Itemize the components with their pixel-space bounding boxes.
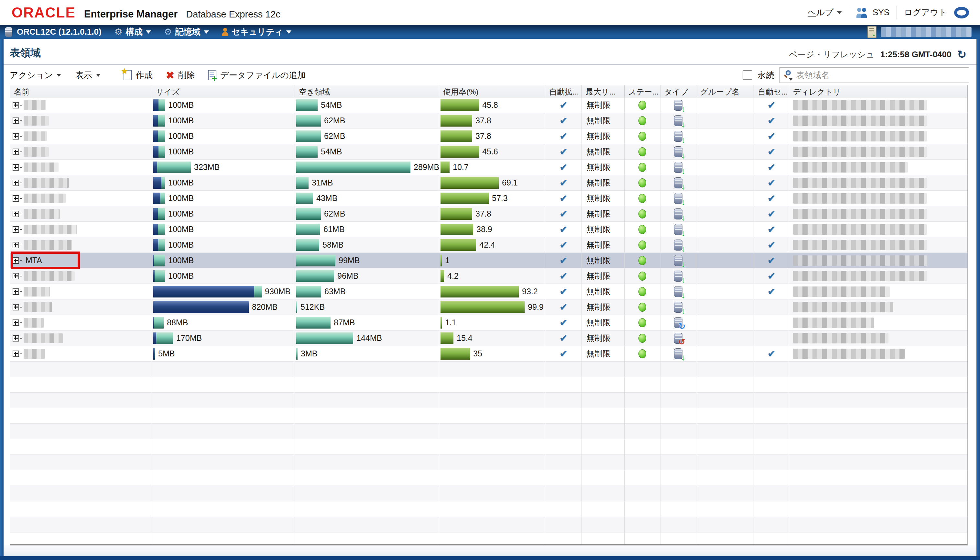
table-row[interactable]: 100MB61MB38.9✔無制限↓✔ bbox=[10, 222, 967, 237]
free-space-bar bbox=[296, 115, 321, 127]
empty-row bbox=[10, 362, 967, 377]
connector-dash bbox=[20, 307, 22, 308]
column-header-8[interactable]: グループ名 bbox=[696, 85, 754, 97]
refresh-icon[interactable]: ↻ bbox=[957, 48, 967, 61]
column-header-2[interactable]: 空き領域 bbox=[295, 85, 439, 97]
max-size-cell: 無制限 bbox=[582, 144, 625, 159]
expand-icon[interactable] bbox=[13, 320, 19, 326]
column-header-9[interactable]: 自動セ... bbox=[754, 85, 789, 97]
usage-value: 1 bbox=[445, 256, 450, 265]
connector-dash bbox=[20, 229, 22, 230]
delete-button[interactable]: ✖ 削除 bbox=[166, 69, 195, 81]
table-row[interactable]: 100MB62MB37.8✔無制限↓✔ bbox=[10, 206, 967, 222]
table-row[interactable]: 5MB3MB35✔無制限↓✔ bbox=[10, 346, 967, 362]
empty-cell bbox=[545, 470, 582, 485]
empty-cell bbox=[10, 408, 152, 423]
logout-button[interactable]: ログアウト bbox=[904, 7, 947, 18]
table-row[interactable]: 323MB289MB10.7✔無制限↓✔ bbox=[10, 160, 967, 175]
table-row[interactable]: MTA100MB99MB1✔無制限↓✔ bbox=[10, 253, 967, 268]
column-header-4[interactable]: 自動拡... bbox=[545, 85, 582, 97]
expand-icon[interactable] bbox=[13, 102, 19, 108]
actions-menu[interactable]: アクション bbox=[10, 70, 61, 81]
status-cell bbox=[625, 160, 661, 175]
expand-icon[interactable] bbox=[13, 118, 19, 124]
empty-cell bbox=[696, 532, 754, 545]
table-row[interactable]: 100MB43MB57.3✔無制限↓✔ bbox=[10, 191, 967, 206]
expand-icon[interactable] bbox=[13, 133, 19, 140]
free-space-bar bbox=[296, 332, 353, 344]
empty-cell bbox=[152, 517, 295, 532]
table-row[interactable]: 930MB63MB93.2✔無制限↓✔ bbox=[10, 284, 967, 299]
tablespace-type-permanent-icon: ↓ bbox=[674, 208, 683, 220]
max-size-value: 無制限 bbox=[582, 177, 611, 188]
table-row[interactable]: 100MB62MB37.8✔無制限↓✔ bbox=[10, 128, 967, 144]
expand-icon[interactable] bbox=[13, 211, 19, 217]
expand-icon[interactable] bbox=[13, 273, 19, 279]
expand-icon[interactable] bbox=[13, 242, 19, 248]
expand-icon[interactable] bbox=[13, 148, 19, 155]
view-menu[interactable]: 表示 bbox=[75, 70, 101, 81]
expand-icon[interactable] bbox=[13, 195, 19, 202]
auto-segment-cell bbox=[754, 330, 789, 346]
menu-storage[interactable]: ⚙ 記憶域 bbox=[164, 26, 209, 38]
table-row[interactable]: 170MB144MB15.4✔無制限↺ bbox=[10, 330, 967, 346]
empty-cell bbox=[10, 362, 152, 377]
search-input[interactable] bbox=[796, 70, 951, 80]
expand-icon[interactable] bbox=[13, 164, 19, 171]
column-header-5[interactable]: 最大サ... bbox=[582, 85, 625, 97]
empty-cell bbox=[661, 517, 696, 532]
column-header-3[interactable]: 使用率(%) bbox=[439, 85, 545, 97]
empty-cell bbox=[625, 424, 661, 439]
empty-cell bbox=[295, 408, 439, 423]
empty-cell bbox=[789, 424, 967, 439]
usage-cell: 38.9 bbox=[439, 222, 545, 237]
expand-icon[interactable] bbox=[13, 180, 19, 186]
table-row[interactable]: 100MB54MB45.6✔無制限↓✔ bbox=[10, 144, 967, 160]
user-menu[interactable]: SYS bbox=[857, 7, 889, 18]
expand-icon[interactable] bbox=[13, 304, 19, 310]
expand-icon[interactable] bbox=[13, 226, 19, 233]
column-header-7[interactable]: タイプ bbox=[661, 85, 696, 97]
empty-cell bbox=[295, 455, 439, 470]
empty-cell bbox=[754, 486, 789, 501]
table-row[interactable]: 820MB512KB99.9✔無制限↓ bbox=[10, 299, 967, 315]
status-cell bbox=[625, 253, 661, 268]
empty-cell bbox=[582, 517, 625, 532]
usage-bar bbox=[440, 270, 444, 282]
column-header-1[interactable]: サイズ bbox=[152, 85, 295, 97]
directory-path-redacted bbox=[793, 162, 908, 173]
expand-icon[interactable] bbox=[13, 335, 19, 342]
column-header-6[interactable]: ステー... bbox=[625, 85, 661, 97]
table-row[interactable]: 100MB54MB45.8✔無制限↓✔ bbox=[10, 97, 967, 113]
free-space-bar bbox=[296, 317, 331, 328]
max-size-value: 無制限 bbox=[582, 162, 611, 173]
expand-icon[interactable] bbox=[13, 350, 19, 357]
free-space-value: 31MB bbox=[312, 178, 333, 187]
table-row[interactable]: 100MB62MB37.8✔無制限↓✔ bbox=[10, 113, 967, 128]
table-row[interactable]: 100MB31MB69.1✔無制限↓✔ bbox=[10, 175, 967, 191]
usage-value: 37.8 bbox=[475, 209, 491, 218]
type-cell: ↺ bbox=[661, 330, 696, 346]
help-menu[interactable]: ヘルプ bbox=[807, 7, 842, 18]
table-row[interactable]: 100MB58MB42.4✔無制限↓✔ bbox=[10, 237, 967, 253]
table-row[interactable]: 88MB87MB1.1✔無制限↻ bbox=[10, 315, 967, 330]
size-value: 100MB bbox=[168, 256, 194, 265]
menu-security[interactable]: セキュリティ bbox=[222, 26, 292, 38]
connector-dash bbox=[20, 136, 22, 137]
search-icon[interactable] bbox=[783, 70, 793, 81]
connector-dash bbox=[20, 167, 22, 168]
create-button[interactable]: ★ 作成 bbox=[123, 70, 153, 81]
size-bar bbox=[153, 302, 249, 313]
menu-configuration[interactable]: ⚙ 構成 bbox=[115, 26, 151, 38]
expand-icon[interactable] bbox=[13, 288, 19, 295]
expand-icon[interactable] bbox=[13, 257, 19, 264]
column-header-10[interactable]: ディレクトリ bbox=[789, 85, 967, 97]
free-space-cell: 63MB bbox=[295, 284, 439, 299]
database-home[interactable]: ORCL12C (12.1.0.1.0) bbox=[17, 27, 101, 37]
table-row[interactable]: 100MB96MB4.2✔無制限↓✔ bbox=[10, 268, 967, 284]
add-datafile-button[interactable]: ＋ データファイルの追加 bbox=[208, 70, 306, 81]
persistent-checkbox[interactable] bbox=[742, 70, 752, 80]
empty-cell bbox=[661, 502, 696, 517]
column-header-0[interactable]: 名前 bbox=[10, 85, 152, 97]
empty-cell bbox=[625, 393, 661, 408]
